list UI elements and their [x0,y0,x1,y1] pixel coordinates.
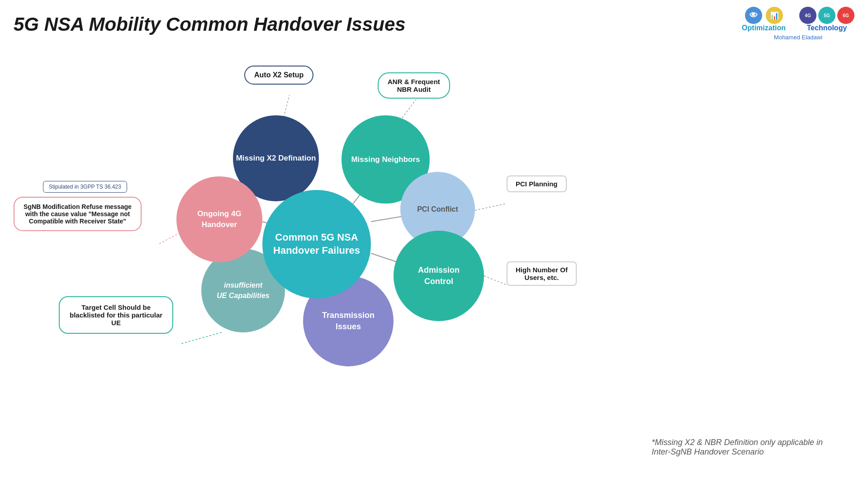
5g-icon: 5G [818,7,835,24]
diagram-area: Common 5G NSA Handover Failures Missing … [0,50,868,484]
author-name: Mohamed Eladawi [774,34,822,41]
svg-line-12 [181,332,222,344]
target-callout: Target Cell Should be blacklisted for th… [59,296,173,334]
technology-link[interactable]: Technology [807,24,847,32]
page-title: 5G NSA Mobility Common Handover Issues [14,14,406,35]
footer-note: *Missing X2 & NBR Definition only applic… [652,438,823,457]
svg-line-9 [475,204,507,210]
chart-icon: 📊 [766,7,783,24]
ongoing-circle: Ongoing 4G Handover [176,176,262,262]
high-users-label: High Number Of Users, etc. [507,261,577,286]
branding-area: 👁 📊 Optimization 4G 5G 6G Technology Moh… [742,7,854,41]
eye-icon: 👁 [745,7,762,24]
stipulated-callout: Stipulated in 3GPP TS 36.423 [43,181,127,193]
optimization-link[interactable]: Optimization [742,24,786,32]
svg-line-10 [484,276,507,285]
admission-circle: Admission Control [394,231,484,321]
center-circle: Common 5G NSA Handover Failures [262,190,371,298]
sgnb-callout: SgNB Modification Refuse message with th… [14,197,142,231]
anr-label: ANR & Frequent NBR Audit [378,72,450,99]
6g-icon: 6G [837,7,854,24]
4g-icon: 4G [799,7,816,24]
pci-planning-label: PCI Planning [507,175,567,192]
auto-x2-label: Auto X2 Setup [244,66,313,85]
